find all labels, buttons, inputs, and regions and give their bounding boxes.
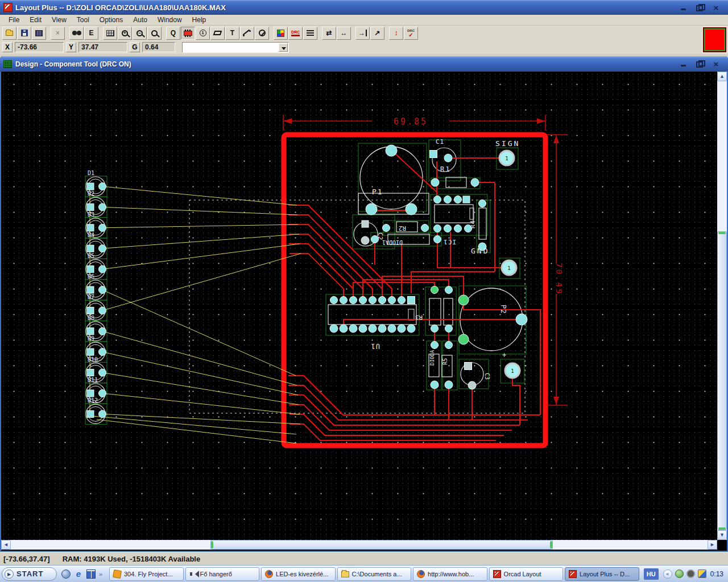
design-window-icon: [3, 60, 12, 68]
save-button[interactable]: [17, 27, 31, 40]
g-value[interactable]: 0.64: [142, 42, 175, 52]
system-tray: « 0:13: [661, 569, 728, 579]
taskbar-item-http-www-hob-[interactable]: http://www.hob...: [413, 567, 487, 581]
text-tool-button[interactable]: T: [225, 27, 239, 40]
component-tool-button[interactable]: [181, 27, 195, 40]
vertical-scrollbar[interactable]: ▲ ▼: [717, 72, 727, 540]
delete-button[interactable]: ×: [51, 27, 65, 40]
tray-messenger-icon[interactable]: [675, 569, 684, 578]
quick-launch-window-icon[interactable]: [86, 569, 96, 579]
pcb-label: D3: [88, 211, 94, 218]
pcb-pad: [445, 342, 453, 349]
pcb-trace: [512, 378, 520, 425]
drc-check-button[interactable]: DRC✓: [404, 27, 418, 40]
start-button[interactable]: ▶ START: [2, 567, 57, 581]
menu-edit[interactable]: Edit: [24, 15, 47, 25]
pcb-pad: [465, 363, 472, 370]
pcb-trace: [289, 405, 512, 430]
scroll-up-icon[interactable]: ▲: [717, 72, 727, 81]
color-settings-icon: [277, 30, 284, 37]
tray-clock-icon[interactable]: [686, 569, 695, 578]
task-label: Orcad Layout: [504, 571, 541, 577]
find-button[interactable]: [69, 27, 84, 40]
minimize-button[interactable]: [680, 4, 688, 11]
quick-launch-app-icon[interactable]: [61, 569, 71, 579]
tray-chevron-icon[interactable]: «: [663, 569, 672, 579]
auto-path-button[interactable]: →: [355, 27, 370, 40]
shove-track-mode-button[interactable]: ↔: [337, 27, 351, 40]
pcb-pad: [87, 203, 94, 210]
pcb-label: IC1: [443, 238, 456, 246]
pcb-pad: [330, 297, 338, 304]
pcb-canvas[interactable]: 69.8570.49111P1C1SIGNR1IC1R4GNDC2R2DIODA…: [1, 72, 717, 540]
start-label: START: [16, 569, 43, 578]
edit-button[interactable]: E: [84, 27, 98, 40]
menu-auto[interactable]: Auto: [128, 15, 152, 25]
horizontal-scroll-thumb[interactable]: [210, 540, 553, 550]
menu-options[interactable]: Options: [94, 15, 128, 25]
query-button[interactable]: Q: [166, 27, 180, 40]
spreadsheet-button[interactable]: [103, 27, 117, 40]
taskbar-item-f-hanger-[interactable]: Fő hangerő: [185, 567, 260, 581]
x-value[interactable]: -73.66: [15, 42, 64, 52]
pin-tool-button[interactable]: 1: [196, 27, 210, 40]
pcb-pad: [87, 307, 94, 314]
zoom-in-button[interactable]: +: [118, 27, 132, 40]
vertical-scroll-thumb[interactable]: [717, 231, 727, 530]
pcb-label: GND: [471, 247, 489, 255]
zoom-in-icon: +: [122, 30, 128, 36]
minimize-connections-button[interactable]: ↕: [389, 27, 403, 40]
open-button[interactable]: [2, 27, 16, 40]
pcb-label: P2: [499, 305, 507, 314]
design-maximize-button[interactable]: [696, 60, 704, 68]
task-buttons: 304. Fly Project...Fő hangerőLED-es kive…: [109, 567, 642, 581]
layout-icon: [569, 570, 577, 578]
menu-file[interactable]: File: [3, 15, 24, 25]
reconnect-mode-button[interactable]: [303, 27, 317, 40]
status-bar: [-73.66,37.47] RAM: 4193K Used, -1518403…: [0, 552, 728, 565]
design-close-button[interactable]: ×: [712, 60, 720, 68]
menu-tool[interactable]: Tool: [72, 15, 94, 25]
command-combobox[interactable]: [182, 42, 289, 53]
quick-launch-overflow-icon[interactable]: »: [99, 571, 105, 577]
taskbar-item-c-documents-a-[interactable]: C:\Documents a...: [337, 567, 412, 581]
menu-view[interactable]: View: [47, 15, 72, 25]
pcb-ratsnest: [102, 253, 301, 310]
quick-launch-ie-icon[interactable]: e: [74, 569, 83, 579]
pcb-pad: [431, 325, 439, 332]
pcb-pad: [99, 203, 106, 211]
restore-button[interactable]: [696, 4, 704, 11]
color-settings-button[interactable]: [274, 27, 288, 40]
scroll-right-icon[interactable]: ►: [708, 540, 717, 550]
library-manager-button[interactable]: [32, 27, 46, 40]
menu-window[interactable]: Window: [152, 15, 187, 25]
toolbar: ×E+−Q1TDRC⇄↔→↗↕DRC✓: [0, 26, 728, 40]
taskbar-item-layout-plus-d-[interactable]: Layout Plus -- D...: [565, 567, 639, 581]
scroll-down-icon[interactable]: ▼: [717, 530, 727, 540]
refresh-all-button[interactable]: ⇄: [322, 27, 336, 40]
taskbar-item-orcad-layout[interactable]: Orcad Layout: [489, 567, 564, 581]
error-tool-button[interactable]: [255, 27, 269, 40]
horizontal-scrollbar[interactable]: ◄ ►: [1, 540, 717, 550]
language-indicator[interactable]: HU: [644, 568, 659, 580]
y-value[interactable]: 37.47: [78, 42, 127, 52]
combobox-dropdown-icon[interactable]: [279, 43, 288, 52]
connection-tool-button[interactable]: [240, 27, 254, 40]
online-drc-button[interactable]: DRC: [288, 27, 303, 40]
zoom-all-button[interactable]: [147, 27, 162, 40]
zoom-out-button[interactable]: −: [133, 27, 147, 40]
pcb-pad: [471, 178, 479, 186]
close-button[interactable]: ×: [712, 4, 720, 11]
taskbar-item-led-es-kivez-rl-[interactable]: LED-es kivezérlé...: [261, 567, 336, 581]
tray-picture-icon[interactable]: [698, 569, 706, 578]
pcb-arrow: [537, 118, 545, 124]
edit-segment-mode-button[interactable]: ↗: [370, 27, 384, 40]
design-minimize-button[interactable]: [680, 60, 688, 68]
design-titlebar: Design - Component Tool (DRC ON) ×: [0, 56, 728, 72]
scroll-left-icon[interactable]: ◄: [1, 540, 11, 550]
obstacle-tool-icon: [213, 31, 222, 35]
pcb-pad: [431, 342, 439, 349]
taskbar-item-304-fly-project-[interactable]: 304. Fly Project...: [109, 567, 184, 581]
menu-help[interactable]: Help: [187, 15, 212, 25]
obstacle-tool-button[interactable]: [210, 27, 225, 40]
